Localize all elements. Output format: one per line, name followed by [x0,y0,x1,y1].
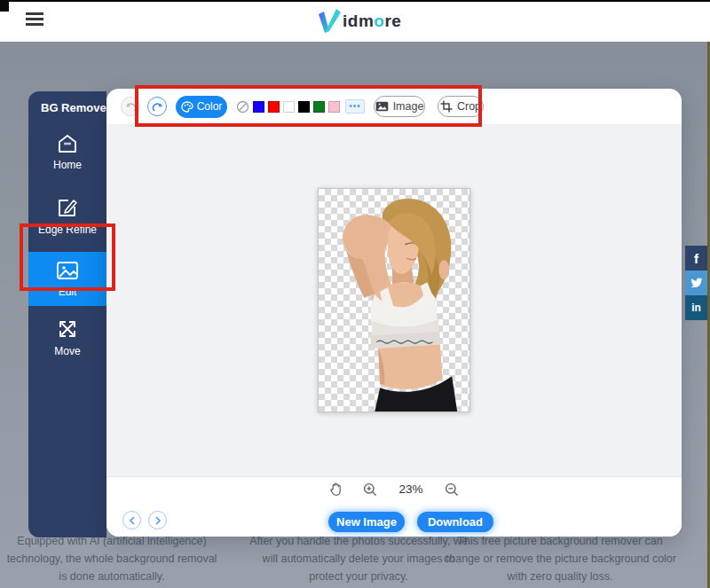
color-swatch-blue[interactable] [253,101,264,113]
top-header: idmore [0,0,710,42]
vidmore-logo[interactable]: idmore [315,7,401,35]
feature-text-privacy: After you handle the photos successfully… [247,532,470,585]
color-button-label: Color [197,100,223,113]
color-swatch-red[interactable] [268,101,280,113]
move-icon [57,318,78,340]
undo-icon [125,101,137,112]
color-swatch-black[interactable] [298,101,310,113]
zoom-in-button[interactable] [363,482,377,497]
top-black-line [0,0,710,2]
more-colors-button[interactable]: ••• [345,99,365,114]
facebook-share-button[interactable]: f [685,246,707,270]
sidebar-item-label: Home [53,159,82,171]
feature-text-ai: Equipped with AI (artificial intelligenc… [2,532,222,585]
color-swatch-white[interactable] [283,101,295,113]
pan-hand-button[interactable] [329,482,342,496]
color-swatch-pink[interactable] [328,101,340,113]
editor-canvas[interactable] [106,124,682,476]
previous-button[interactable] [122,511,141,529]
download-button[interactable]: Download [417,512,493,532]
social-share-rail: f in [685,246,707,320]
color-swatch-green[interactable] [313,101,325,113]
sidebar: BG Remover Home Edge Refine Edit [28,91,106,537]
vidmore-v-icon [315,8,342,35]
editor-toolbar: Color ••• Image [106,89,682,124]
crop-button-label: Crop [457,100,481,113]
editor-panel: Color ••• Image [106,89,682,537]
zoom-level-value: 23% [398,482,422,496]
sidebar-item-move[interactable]: Move [28,306,106,357]
redo-button[interactable] [147,97,167,116]
chevron-right-icon [154,516,162,525]
color-button[interactable]: Color [176,96,227,118]
hand-icon [329,482,342,496]
sidebar-item-label: Move [54,345,80,357]
sidebar-item-edit[interactable]: Edit [28,252,106,306]
crop-icon [440,100,453,113]
sidebar-item-label: Edge Refine [38,223,97,236]
next-button[interactable] [148,511,167,529]
chevron-left-icon [129,516,136,525]
page: Equipped with AI (artificial intelligenc… [0,0,710,588]
twitter-bird-icon [690,278,703,289]
hamburger-menu-icon[interactable] [26,12,43,27]
feature-text-quality: This free picture background remover can… [439,532,681,585]
home-icon [57,134,78,153]
redo-icon [152,101,163,112]
sidebar-item-label: Edit [59,286,77,298]
transparent-image-preview[interactable] [318,188,470,412]
crop-button[interactable]: Crop [438,96,484,117]
image-button-label: Image [393,100,424,113]
panel-footer: New Image Download [106,501,682,537]
zoom-statusbar: 23% [106,476,682,501]
logo-text: idmore [343,12,401,31]
facebook-icon: f [694,251,698,266]
undo-button[interactable] [121,97,140,116]
linkedin-share-button[interactable]: in [685,295,707,320]
edit-image-icon [56,261,79,280]
cutout-photo-woman [319,189,469,412]
sidebar-item-home[interactable]: Home [28,114,106,182]
zoom-out-button[interactable] [445,482,459,497]
corner-artifact [0,0,9,12]
linkedin-icon: in [691,302,701,314]
image-icon [375,101,389,112]
new-image-button[interactable]: New Image [328,512,405,532]
edge-refine-icon [57,198,78,218]
image-background-button[interactable]: Image [374,96,425,117]
twitter-share-button[interactable] [685,270,707,295]
palette-icon [181,101,193,113]
sidebar-title: BG Remover [28,91,106,114]
zoom-in-icon [363,482,377,497]
sidebar-item-edge-refine[interactable]: Edge Refine [28,182,106,248]
no-color-swatch[interactable] [236,100,249,114]
zoom-out-icon [445,482,459,497]
